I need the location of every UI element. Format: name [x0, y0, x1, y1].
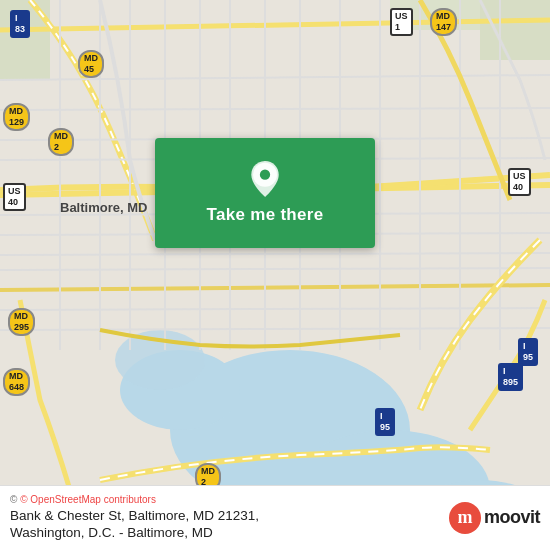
svg-rect-2: [480, 0, 550, 60]
take-me-there-label: Take me there: [207, 205, 324, 225]
shield-i95-right: I95: [518, 338, 538, 366]
bottom-bar: © © OpenStreetMap contributors Bank & Ch…: [0, 485, 550, 550]
bottom-bar-info: © © OpenStreetMap contributors Bank & Ch…: [10, 494, 259, 542]
address-line2: Washington, D.C. - Baltimore, MD: [10, 524, 259, 542]
map-container: Baltimore, MD I83 US1 MD147 MD45 MD2 MD1…: [0, 0, 550, 550]
shield-md295: MD295: [8, 308, 35, 336]
osm-credit: © © OpenStreetMap contributors: [10, 494, 259, 505]
location-pin-icon: [247, 161, 283, 197]
shield-us40-left: US40: [3, 183, 26, 211]
shield-i95-bottom: I95: [375, 408, 395, 436]
osm-link[interactable]: © OpenStreetMap contributors: [20, 494, 156, 505]
shield-us1: US1: [390, 8, 413, 36]
shield-i83: I83: [10, 10, 30, 38]
moovit-brand-text: moovit: [484, 507, 540, 528]
moovit-icon: m: [449, 502, 481, 534]
moovit-icon-letter: m: [457, 507, 472, 528]
shield-i895: I895: [498, 363, 523, 391]
moovit-logo: m moovit: [449, 502, 540, 534]
take-me-there-button[interactable]: Take me there: [155, 138, 375, 248]
shield-md129: MD129: [3, 103, 30, 131]
address-line1: Bank & Chester St, Baltimore, MD 21231,: [10, 507, 259, 525]
svg-point-36: [260, 170, 270, 180]
osm-copyright-symbol: ©: [10, 494, 17, 505]
baltimore-label: Baltimore, MD: [60, 200, 147, 215]
shield-md45: MD45: [78, 50, 104, 78]
shield-md2: MD2: [48, 128, 74, 156]
shield-md147: MD147: [430, 8, 457, 36]
shield-md648: MD648: [3, 368, 30, 396]
shield-us40-right: US40: [508, 168, 531, 196]
